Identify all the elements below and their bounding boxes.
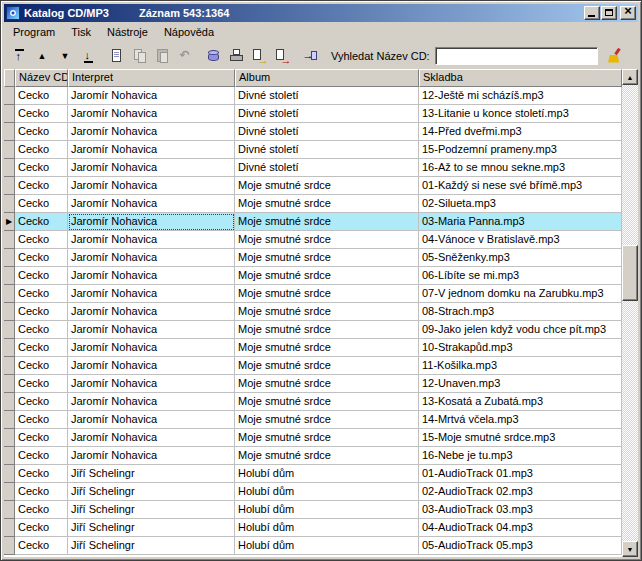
- menu-item-program[interactable]: Program: [5, 24, 63, 40]
- grid-cell[interactable]: Jaromír Nohavica: [68, 231, 235, 249]
- row-indicator[interactable]: [4, 483, 15, 501]
- grid-cell[interactable]: Cecko: [15, 447, 68, 465]
- grid-cell[interactable]: Jaromír Nohavica: [68, 393, 235, 411]
- grid-cell[interactable]: Cecko: [15, 141, 68, 159]
- row-indicator[interactable]: [4, 339, 15, 357]
- grid-cell[interactable]: Cecko: [15, 429, 68, 447]
- grid-cell[interactable]: Moje smutné srdce: [235, 231, 419, 249]
- export-selection-button[interactable]: [248, 45, 271, 67]
- grid-cell[interactable]: Jaromír Nohavica: [68, 375, 235, 393]
- grid-cell[interactable]: Moje smutné srdce: [235, 267, 419, 285]
- grid-cell[interactable]: Jiří Schelingr: [68, 537, 235, 555]
- row-indicator[interactable]: [4, 195, 15, 213]
- grid-cell[interactable]: Jaromír Nohavica: [68, 429, 235, 447]
- row-indicator[interactable]: [4, 105, 15, 123]
- grid-cell[interactable]: 07-V jednom domku na Zarubku.mp3: [419, 285, 622, 303]
- export-all-button[interactable]: [271, 45, 294, 67]
- table-row[interactable]: CeckoJaromír NohavicaMoje smutné srdce08…: [4, 303, 622, 321]
- row-indicator[interactable]: [4, 285, 15, 303]
- row-indicator[interactable]: [4, 267, 15, 285]
- grid-cell[interactable]: 06-Líbíte se mi.mp3: [419, 267, 622, 285]
- grid-cell[interactable]: Jaromír Nohavica: [68, 87, 235, 105]
- table-row[interactable]: CeckoJaromír NohavicaMoje smutné srdce10…: [4, 339, 622, 357]
- vertical-scrollbar[interactable]: [622, 69, 638, 557]
- row-indicator[interactable]: [4, 465, 15, 483]
- grid-cell[interactable]: Jaromír Nohavica: [68, 141, 235, 159]
- grid-cell[interactable]: 01-AudioTrack 01.mp3: [419, 465, 622, 483]
- table-row[interactable]: CeckoJiří SchelingrHolubí dům02-AudioTra…: [4, 483, 622, 501]
- grid-cell[interactable]: 16-Nebe je tu.mp3: [419, 447, 622, 465]
- table-row[interactable]: CeckoJaromír NohavicaMoje smutné srdce02…: [4, 195, 622, 213]
- grid-cell[interactable]: Cecko: [15, 195, 68, 213]
- grid-cell[interactable]: Jaromír Nohavica: [68, 357, 235, 375]
- row-indicator[interactable]: [4, 411, 15, 429]
- table-row[interactable]: ▶CeckoJaromír NohavicaMoje smutné srdce0…: [4, 213, 622, 231]
- row-indicator[interactable]: [4, 429, 15, 447]
- grid-cell[interactable]: Moje smutné srdce: [235, 339, 419, 357]
- table-row[interactable]: CeckoJaromír NohavicaDivné století12-Ješ…: [4, 87, 622, 105]
- grid-cell[interactable]: Cecko: [15, 393, 68, 411]
- print-button[interactable]: [225, 45, 248, 67]
- grid-cell[interactable]: Jaromír Nohavica: [68, 195, 235, 213]
- grid-cell[interactable]: Cecko: [15, 519, 68, 537]
- table-row[interactable]: CeckoJiří SchelingrHolubí dům05-AudioTra…: [4, 537, 622, 555]
- row-indicator[interactable]: [4, 447, 15, 465]
- grid-cell[interactable]: Cecko: [15, 105, 68, 123]
- grid-cell[interactable]: Jaromír Nohavica: [68, 303, 235, 321]
- grid-cell[interactable]: Cecko: [15, 375, 68, 393]
- minimize-button[interactable]: [584, 6, 600, 20]
- grid-cell[interactable]: Jiří Schelingr: [68, 519, 235, 537]
- grid-cell[interactable]: Moje smutné srdce: [235, 195, 419, 213]
- table-row[interactable]: CeckoJaromír NohavicaDivné století14-Pře…: [4, 123, 622, 141]
- grid-cell[interactable]: 13-Kosatá a Zubatá.mp3: [419, 393, 622, 411]
- menu-item-napoveda[interactable]: Nápověda: [156, 24, 222, 40]
- grid-cell[interactable]: 14-Mrtvá včela.mp3: [419, 411, 622, 429]
- table-row[interactable]: CeckoJaromír NohavicaDivné století16-Až …: [4, 159, 622, 177]
- grid-cell[interactable]: 11-Košilka.mp3: [419, 357, 622, 375]
- grid-cell[interactable]: Cecko: [15, 339, 68, 357]
- grid-cell[interactable]: 12-Unaven.mp3: [419, 375, 622, 393]
- grid-cell[interactable]: Moje smutné srdce: [235, 303, 419, 321]
- app-icon[interactable]: [6, 6, 20, 20]
- row-indicator[interactable]: [4, 537, 15, 555]
- grid-cell[interactable]: Moje smutné srdce: [235, 213, 419, 231]
- grid-cell[interactable]: 03-AudioTrack 03.mp3: [419, 501, 622, 519]
- grid-cell[interactable]: Cecko: [15, 123, 68, 141]
- grid-cell[interactable]: Jaromír Nohavica: [68, 447, 235, 465]
- scrollbar-thumb[interactable]: [622, 245, 638, 301]
- grid-cell[interactable]: Divné století: [235, 141, 419, 159]
- grid-cell[interactable]: Moje smutné srdce: [235, 411, 419, 429]
- grid-cell[interactable]: 03-Maria Panna.mp3: [419, 213, 622, 231]
- table-row[interactable]: CeckoJaromír NohavicaMoje smutné srdce15…: [4, 429, 622, 447]
- table-row[interactable]: CeckoJaromír NohavicaDivné století13-Lit…: [4, 105, 622, 123]
- grid-cell[interactable]: Jiří Schelingr: [68, 465, 235, 483]
- grid-cell[interactable]: Holubí dům: [235, 501, 419, 519]
- grid-cell[interactable]: Cecko: [15, 537, 68, 555]
- grid-cell[interactable]: Moje smutné srdce: [235, 249, 419, 267]
- grid-cell[interactable]: Moje smutné srdce: [235, 321, 419, 339]
- grid-cell[interactable]: Jaromír Nohavica: [68, 249, 235, 267]
- export-database-button[interactable]: [202, 45, 225, 67]
- grid-cell[interactable]: 05-AudioTrack 05.mp3: [419, 537, 622, 555]
- grid-cell[interactable]: Divné století: [235, 159, 419, 177]
- next-record-button[interactable]: [54, 45, 77, 67]
- grid-cell[interactable]: Cecko: [15, 177, 68, 195]
- grid-cell[interactable]: Jaromír Nohavica: [68, 321, 235, 339]
- row-indicator[interactable]: [4, 501, 15, 519]
- grid-cell[interactable]: 04-Vánoce v Bratislavě.mp3: [419, 231, 622, 249]
- grid-cell[interactable]: 01-Každý si nese své břímě.mp3: [419, 177, 622, 195]
- grid-cell[interactable]: Jaromír Nohavica: [68, 159, 235, 177]
- title-bar[interactable]: Katalog CD/MP3 Záznam 543:1364: [4, 4, 638, 22]
- grid-cell[interactable]: Jaromír Nohavica: [68, 267, 235, 285]
- grid-cell[interactable]: Jaromír Nohavica: [68, 213, 235, 231]
- grid-cell[interactable]: Cecko: [15, 213, 68, 231]
- close-button[interactable]: [620, 6, 636, 20]
- grid-cell[interactable]: Moje smutné srdce: [235, 375, 419, 393]
- grid-cell[interactable]: Holubí dům: [235, 465, 419, 483]
- table-row[interactable]: CeckoJiří SchelingrHolubí dům01-AudioTra…: [4, 465, 622, 483]
- grid-cell[interactable]: 15-Podzemní prameny.mp3: [419, 141, 622, 159]
- row-indicator[interactable]: [4, 357, 15, 375]
- grid-cell[interactable]: Moje smutné srdce: [235, 357, 419, 375]
- grid-cell[interactable]: Cecko: [15, 231, 68, 249]
- grid-cell[interactable]: Cecko: [15, 357, 68, 375]
